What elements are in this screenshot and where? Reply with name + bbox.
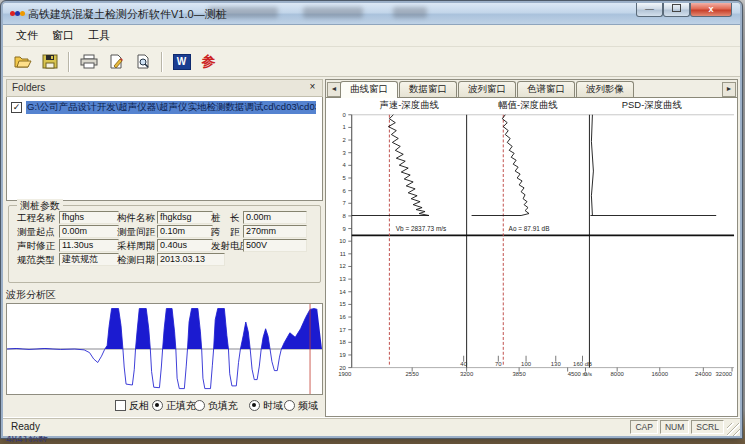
tab-波列影像[interactable]: 波列影像 — [576, 81, 634, 97]
waveform-options-row: 反相正填充负填充时域频域 — [6, 398, 323, 414]
depth-tick-label: 11 — [340, 251, 346, 257]
param-label: 工程名称 — [17, 212, 55, 225]
radio-icon[interactable] — [284, 400, 295, 411]
chart-area[interactable]: 声速-深度曲线幅值-深度曲线PSD-深度曲线012345678910111213… — [326, 97, 737, 416]
folders-list[interactable]: ✓ G:\公司产品设计开发\超声仪器\超声仪实地检测数据调试cd\cd03\cd… — [6, 97, 323, 201]
save-button[interactable] — [37, 50, 62, 74]
minimize-button[interactable]: — — [636, 3, 663, 17]
freq-domain-radio[interactable]: 频域 — [284, 399, 318, 413]
tab-曲线窗口[interactable]: 曲线窗口 — [340, 81, 398, 98]
preview-button[interactable] — [130, 50, 155, 74]
depth-tick-label: 20 — [339, 365, 346, 371]
fill-positive-radio-label: 正填充 — [166, 399, 196, 413]
status-ready-label: Ready — [11, 421, 40, 432]
param-value[interactable]: 11.30us — [59, 239, 119, 252]
menu-item-0[interactable]: 文件 — [9, 26, 45, 45]
depth-tick-label: 1 — [343, 124, 346, 130]
folders-panel: Folders × ✓ G:\公司产品设计开发\超声仪器\超声仪实地检测数据调试… — [6, 79, 323, 415]
close-icon: x — [708, 4, 713, 14]
save-icon — [42, 54, 58, 69]
invert-checkbox-label: 反相 — [129, 399, 149, 413]
titlebar[interactable]: 高铁建筑混凝土检测分析软件V1.0—测桩 — x — [3, 3, 740, 25]
folders-panel-header: Folders × — [6, 79, 323, 97]
param-label: 检测日期 — [117, 254, 155, 267]
curve-amplitude-depth — [502, 115, 529, 216]
main-area: Folders × ✓ G:\公司产品设计开发\超声仪器\超声仪实地检测数据调试… — [3, 77, 740, 417]
param-label: 构件名称 — [117, 212, 155, 225]
minimize-icon: — — [645, 4, 654, 14]
waveform-trace — [7, 308, 317, 388]
open-button[interactable] — [10, 50, 35, 74]
file-path-label[interactable]: G:\公司产品设计开发\超声仪器\超声仪实地检测数据调试cd\cd03\cd03… — [26, 101, 316, 114]
velocity-tick-label: 1900 — [338, 372, 352, 378]
param-label: 测量间距 — [117, 226, 155, 239]
radio-icon[interactable] — [152, 400, 163, 411]
folders-close-button[interactable]: × — [306, 81, 319, 94]
folders-panel-title: Folders — [12, 82, 45, 93]
invert-checkbox[interactable]: 反相 — [115, 399, 149, 413]
page-magnifier-icon — [135, 54, 151, 69]
waveform-area-title: 波形分析区 — [6, 288, 323, 302]
param-value[interactable]: 0.10m — [157, 225, 213, 238]
param-value[interactable]: 0.40us — [157, 239, 213, 252]
window-title: 高铁建筑混凝土检测分析软件V1.0—测桩 — [28, 7, 227, 22]
velocity-tick-label: 3200 — [460, 372, 474, 378]
depth-tick-label: 15 — [339, 301, 346, 307]
chart-title: 幅值-深度曲线 — [498, 99, 557, 110]
param-value[interactable]: fhgkdsg — [157, 211, 213, 224]
amplitude-tick-label: 160 dB — [573, 361, 592, 367]
menu-item-1[interactable]: 窗口 — [45, 26, 81, 45]
depth-tick-label: 19 — [339, 352, 346, 358]
param-value[interactable]: 270mm — [243, 225, 307, 238]
depth-curves-plot[interactable]: 声速-深度曲线幅值-深度曲线PSD-深度曲线012345678910111213… — [326, 97, 737, 416]
maximize-button[interactable] — [663, 3, 690, 17]
print-button[interactable] — [76, 50, 101, 74]
amplitude-tick-label: 130 — [551, 361, 562, 367]
time-domain-radio[interactable]: 时域 — [249, 399, 283, 413]
checkbox-checked-icon[interactable]: ✓ — [11, 102, 22, 113]
menu-item-2[interactable]: 工具 — [81, 26, 117, 45]
fill-positive-radio[interactable]: 正填充 — [152, 399, 196, 413]
psd-tick-label: 24000 — [695, 372, 712, 378]
toolbar-separator — [68, 52, 70, 72]
curve-psd-depth — [591, 115, 593, 216]
param-value[interactable]: 0.00m — [59, 225, 119, 238]
tab-scroll-right-button[interactable]: ► — [722, 82, 736, 97]
waveform-fill — [7, 308, 322, 388]
tab-scroll-left-button[interactable]: ◄ — [327, 82, 341, 97]
tab-波列窗口[interactable]: 波列窗口 — [458, 81, 516, 97]
depth-tick-label: 0 — [343, 112, 347, 118]
time-domain-radio-label: 时域 — [263, 399, 283, 413]
checkbox-icon[interactable] — [115, 400, 126, 411]
app-window: 高铁建筑混凝土检测分析软件V1.0—测桩 — x 文件窗口工具 — [1, 1, 742, 438]
tab-数据窗口[interactable]: 数据窗口 — [399, 81, 457, 97]
export-button[interactable] — [103, 50, 128, 74]
app-icon — [10, 9, 24, 19]
depth-tick-label: 2 — [343, 137, 346, 143]
chart-title: 声速-深度曲线 — [379, 99, 438, 110]
chart-title: PSD-深度曲线 — [622, 99, 682, 110]
amplitude-tick-label: 100 — [521, 361, 532, 367]
freq-domain-radio-label: 频域 — [298, 399, 318, 413]
parameters-button[interactable]: 参 — [196, 50, 221, 74]
velocity-tick-label: 2550 — [406, 372, 420, 378]
param-label: 跨 距 — [211, 226, 240, 239]
param-value[interactable]: 建筑规范 — [59, 253, 119, 266]
radio-icon[interactable] — [249, 400, 260, 411]
desktop-background: 高铁建筑混凝土检测分析软件V1.0—测桩 — x 文件窗口工具 — [0, 0, 745, 444]
tab-色谱窗口[interactable]: 色谱窗口 — [517, 81, 575, 97]
param-value[interactable]: fhghs — [59, 211, 119, 224]
param-value[interactable]: 500V — [243, 239, 307, 252]
word-export-button[interactable]: W — [169, 50, 194, 74]
glass-smudge — [393, 7, 427, 18]
curve-velocity-depth — [388, 115, 429, 216]
close-button[interactable]: x — [690, 3, 732, 17]
list-item[interactable]: ✓ G:\公司产品设计开发\超声仪器\超声仪实地检测数据调试cd\cd03\cd… — [7, 100, 322, 114]
resize-grip[interactable] — [727, 423, 740, 436]
radio-icon[interactable] — [194, 400, 205, 411]
param-label: 采样周期 — [117, 240, 155, 253]
depth-tick-label: 18 — [339, 339, 346, 345]
fill-negative-radio[interactable]: 负填充 — [194, 399, 238, 413]
param-value[interactable]: 2013.03.13 — [157, 253, 225, 266]
param-value[interactable]: 0.00m — [243, 211, 307, 224]
